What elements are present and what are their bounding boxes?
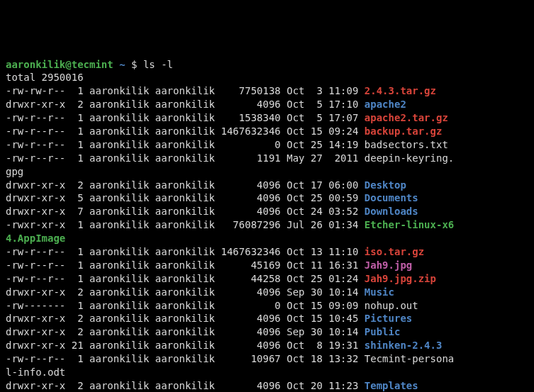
file-name: nohup.out (365, 300, 418, 311)
file-name: shinken-2.4.3 (365, 340, 443, 351)
prompt-path: ~ (119, 59, 125, 70)
listing-row: drwxr-xr-x 5 aaronkilik aaronkilik 4096 … (6, 192, 418, 203)
command-input[interactable]: ls -l (143, 59, 173, 70)
file-name: iso.tar.gz (365, 246, 424, 257)
file-name: deepin-keyring. (365, 152, 454, 164)
file-name: Tecmint-persona (365, 353, 454, 364)
file-name: badsectors.txt (365, 139, 448, 150)
listing-row: -rw-r--r-- 1 aaronkilik aaronkilik 14676… (6, 125, 442, 137)
prompt-user-host: aaronkilik@tecmint (6, 59, 113, 70)
file-name: Music (365, 286, 394, 298)
listing-row: -rwxr-xr-x 1 aaronkilik aaronkilik 76087… (6, 219, 454, 230)
file-name-wrap: 4.AppImage (6, 233, 65, 244)
listing-row: -rw-r--r-- 1 aaronkilik aaronkilik 0 Oct… (6, 139, 448, 150)
file-name: Jah9.jpg (365, 259, 412, 271)
listing-row: drwxr-xr-x 2 aaronkilik aaronkilik 4096 … (6, 179, 406, 191)
listing-row: -rw-r--r-- 1 aaronkilik aaronkilik 44258… (6, 273, 436, 284)
file-name-wrap: l-info.odt (6, 366, 65, 378)
listing-row: -rw------- 1 aaronkilik aaronkilik 0 Oct… (6, 300, 418, 311)
listing-row: -rw-r--r-- 1 aaronkilik aaronkilik 14676… (6, 246, 424, 257)
total-line: total 2950016 (6, 72, 84, 83)
file-name: Templates (365, 380, 418, 391)
listing-row: drwxr-xr-x 2 aaronkilik aaronkilik 4096 … (6, 326, 400, 337)
listing-row: drwxr-xr-x 21 aaronkilik aaronkilik 4096… (6, 340, 442, 351)
listing-row: drwxr-xr-x 2 aaronkilik aaronkilik 4096 … (6, 286, 394, 298)
prompt: aaronkilik@tecmint ~ $ (6, 59, 143, 70)
file-name: apache2 (365, 99, 406, 110)
terminal[interactable]: aaronkilik@tecmint ~ $ ls -l total 29500… (6, 58, 528, 392)
file-name: Etcher-linux-x6 (365, 219, 454, 230)
listing-row: -rw-r--r-- 1 aaronkilik aaronkilik 10967… (6, 353, 454, 364)
file-name: backup.tar.gz (365, 125, 443, 137)
file-name: Documents (365, 192, 418, 203)
prompt-symbol: $ (131, 59, 137, 70)
file-name: Desktop (365, 179, 406, 191)
listing-row: -rw-rw-r-- 1 aaronkilik aaronkilik 77501… (6, 85, 436, 96)
listing-row: -rw-r--r-- 1 aaronkilik aaronkilik 15383… (6, 112, 448, 123)
listing-row: -rw-r--r-- 1 aaronkilik aaronkilik 1191 … (6, 152, 454, 164)
listing-row: drwxr-xr-x 7 aaronkilik aaronkilik 4096 … (6, 206, 418, 217)
file-name: 2.4.3.tar.gz (365, 85, 436, 96)
file-name: Downloads (365, 206, 418, 217)
listing-row: -rw-r--r-- 1 aaronkilik aaronkilik 45169… (6, 259, 412, 271)
file-name: Pictures (365, 313, 412, 324)
listing-row: drwxr-xr-x 2 aaronkilik aaronkilik 4096 … (6, 99, 406, 110)
file-name: apache2.tar.gz (365, 112, 448, 123)
listing-row: drwxr-xr-x 2 aaronkilik aaronkilik 4096 … (6, 313, 412, 324)
file-listing: -rw-rw-r-- 1 aaronkilik aaronkilik 77501… (6, 85, 454, 392)
file-name-wrap: gpg (6, 166, 23, 177)
file-name: Jah9.jpg.zip (365, 273, 436, 284)
listing-row: drwxr-xr-x 2 aaronkilik aaronkilik 4096 … (6, 380, 418, 391)
file-name: Public (365, 326, 401, 337)
